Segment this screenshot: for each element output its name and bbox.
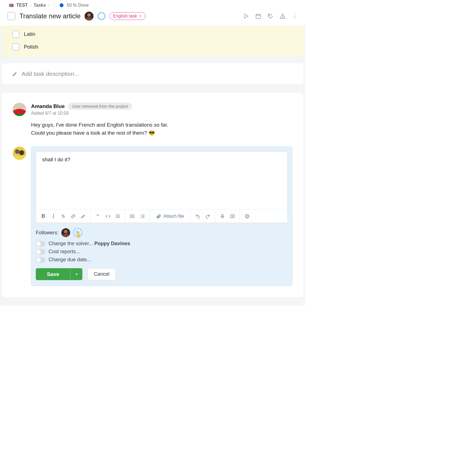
flag-icon: 🇬🇧: [9, 3, 14, 7]
italic-button[interactable]: I: [48, 211, 58, 221]
svg-marker-35: [232, 216, 233, 217]
outdent-button[interactable]: [113, 211, 123, 221]
redo-button[interactable]: [203, 211, 213, 221]
svg-marker-3: [245, 14, 248, 18]
comment-composer: shall I do it? B I S: [31, 147, 292, 286]
cancel-button[interactable]: Cancel: [87, 268, 116, 280]
task-title[interactable]: Translate new article: [19, 12, 81, 20]
toggle-switch[interactable]: [36, 249, 45, 255]
bullet-list-button[interactable]: [128, 211, 138, 221]
svg-point-36: [245, 214, 249, 218]
svg-point-40: [64, 230, 67, 233]
checklist-item[interactable]: Polish: [2, 41, 303, 53]
highlight-button[interactable]: [78, 211, 88, 221]
checklist-item[interactable]: Latin: [2, 28, 303, 41]
comment-input[interactable]: shall I do it?: [36, 152, 287, 209]
strike-button[interactable]: S: [58, 211, 68, 221]
comment-meta: Added 6/7 at 10:59: [31, 111, 292, 116]
task-complete-checkbox[interactable]: [7, 12, 16, 20]
svg-rect-2: [86, 17, 92, 21]
svg-point-38: [247, 216, 248, 216]
checklist-checkbox[interactable]: [12, 31, 19, 38]
video-button[interactable]: [227, 211, 237, 221]
toggle-change-solver[interactable]: Change the solver... Poppy Davines: [36, 241, 288, 247]
svg-rect-16: [13, 156, 26, 160]
progress-ring-icon[interactable]: [97, 12, 106, 20]
svg-point-10: [282, 17, 283, 18]
undo-button[interactable]: [193, 211, 203, 221]
status-dot-icon: [60, 3, 64, 7]
breadcrumb-root[interactable]: TEST: [16, 3, 28, 8]
play-icon[interactable]: [243, 13, 249, 19]
removed-badge: User removed from the project: [68, 103, 132, 110]
svg-point-15: [19, 150, 24, 155]
editor-toolbar: B I S “: [36, 209, 287, 223]
svg-point-20: [131, 215, 131, 215]
description-placeholder: Add task description...: [22, 71, 79, 77]
toggle-switch[interactable]: [36, 257, 45, 263]
breadcrumb-section[interactable]: Tasks: [34, 3, 46, 8]
checklist-card: Latin Polish: [2, 26, 303, 57]
numbered-list-button[interactable]: 123: [138, 211, 148, 221]
tag-english-task[interactable]: English task ✕: [110, 12, 146, 20]
code-button[interactable]: [103, 211, 113, 221]
checklist-checkbox[interactable]: [12, 43, 19, 51]
breadcrumb-status: 50 % Done: [67, 3, 89, 8]
followers-label: Followers:: [36, 230, 59, 236]
save-button[interactable]: Save: [36, 268, 82, 280]
link-button[interactable]: [68, 211, 78, 221]
assignee-avatar[interactable]: [85, 12, 93, 21]
svg-rect-41: [63, 234, 69, 237]
pencil-icon: [12, 71, 18, 77]
add-description[interactable]: Add task description...: [2, 63, 303, 84]
task-header: Translate new article English task ✕ ⋮: [0, 9, 305, 26]
comment-body: Hey guys, I've done French and English t…: [31, 121, 292, 137]
attach-file-button[interactable]: Attach file: [152, 214, 188, 219]
kebab-icon[interactable]: ⋮: [52, 3, 57, 8]
sunglasses-emoji-icon: 😎: [149, 130, 155, 136]
cursor-icon: 👆: [76, 232, 81, 238]
svg-rect-32: [222, 214, 223, 217]
svg-point-1: [87, 13, 91, 17]
tag-icon[interactable]: [267, 13, 274, 19]
quote-button[interactable]: “: [93, 211, 103, 221]
current-user-avatar[interactable]: [13, 147, 26, 160]
save-dropdown-caret[interactable]: [70, 268, 82, 280]
chevron-right-icon: ›: [30, 3, 31, 8]
toggle-cost-reports[interactable]: Cost reports...: [36, 249, 288, 255]
bold-button[interactable]: B: [38, 211, 48, 221]
svg-point-8: [269, 15, 270, 16]
svg-text:3: 3: [141, 217, 141, 219]
microphone-button[interactable]: [217, 211, 227, 221]
add-follower-button[interactable]: 👆: [73, 228, 82, 237]
svg-point-22: [131, 217, 131, 218]
calendar-icon[interactable]: [255, 13, 261, 19]
checklist-label: Polish: [24, 44, 38, 50]
followers-row: Followers: 👆: [36, 228, 288, 237]
svg-rect-4: [256, 14, 261, 19]
remove-tag-icon[interactable]: ✕: [139, 14, 142, 18]
comment: Amanda Blue User removed from the projec…: [13, 103, 292, 137]
breadcrumb: 🇬🇧 TEST › Tasks › ⋮ 50 % Done: [0, 0, 305, 9]
toggle-switch[interactable]: [36, 241, 45, 247]
follower-avatar[interactable]: [61, 228, 70, 237]
comment-author: Amanda Blue: [31, 103, 65, 109]
warning-icon[interactable]: [280, 13, 286, 19]
tag-label: English task: [113, 14, 137, 19]
chevron-right-icon: ›: [48, 3, 49, 8]
comments-card: Amanda Blue User removed from the projec…: [2, 93, 303, 297]
emoji-button[interactable]: [242, 211, 252, 221]
svg-point-37: [246, 216, 247, 216]
toggle-change-due-date[interactable]: Change due date...: [36, 257, 288, 263]
comment-avatar[interactable]: [13, 103, 26, 116]
paperclip-icon: [156, 214, 161, 219]
svg-point-21: [131, 216, 131, 217]
more-icon[interactable]: ⋮: [292, 12, 298, 20]
svg-rect-12: [13, 114, 26, 116]
svg-marker-45: [75, 274, 78, 275]
svg-point-14: [15, 149, 19, 154]
checklist-label: Latin: [24, 31, 35, 37]
